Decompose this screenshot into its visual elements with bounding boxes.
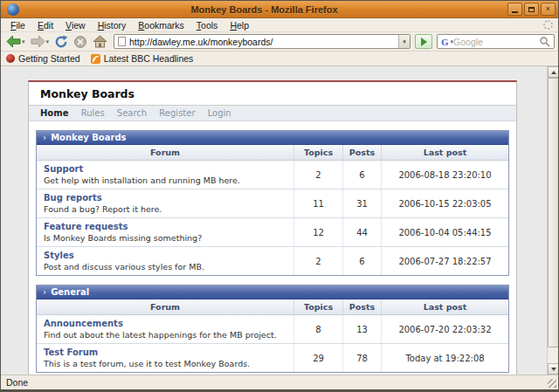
go-button[interactable] [415,34,432,49]
last-post: 2006-07-20 22:03:32 [381,315,508,343]
forward-button[interactable]: ▾ [29,34,52,49]
forum-link[interactable]: Feature requests [44,222,128,231]
search-box[interactable]: G ▾ [437,34,555,49]
url-input[interactable] [129,35,398,48]
stop-button[interactable] [72,34,89,50]
menu-view[interactable]: View [59,19,92,31]
section-header: › General [37,285,508,299]
forum-link[interactable]: Support [44,164,83,174]
google-icon: G [441,37,449,47]
posts-count: 6 [342,161,381,189]
forum-link[interactable]: Announcements [44,319,123,328]
bookmark-icon [6,54,15,63]
posts-count: 6 [342,247,381,275]
last-post: Today at 19:22:08 [381,344,508,372]
topics-count: 2 [293,161,342,189]
forum-row: SupportGet help with installation and ru… [37,161,508,189]
forum-row: AnnouncementsFind out about the latest h… [37,315,508,343]
column-topics: Topics [293,299,342,314]
column-posts: Posts [342,145,381,160]
forum-description: Is Monkey Boards missing something? [44,233,286,243]
menu-bookmarks[interactable]: Bookmarks [132,19,190,31]
go-icon [421,38,427,46]
resize-grip[interactable] [548,379,556,388]
forum-row: Test ForumThis is a test forum, use it t… [37,343,508,372]
section-title: Monkey Boards [51,133,126,142]
topics-count: 8 [293,315,342,343]
column-header-row: Forum Topics Posts Last post [37,145,508,161]
minimize-button[interactable] [507,3,522,16]
navigation-toolbar: ▾ ▾ ▾ G ▾ [1,32,558,52]
nav-link-search[interactable]: Search [117,108,147,118]
column-last-post: Last post [381,145,508,160]
window-frame-bottom [1,389,558,391]
scrollbar-thumb[interactable] [548,78,558,347]
menu-help[interactable]: Help [224,19,255,31]
forum-section-monkey-boards: › Monkey Boards Forum Topics Posts Last … [36,130,509,276]
close-button[interactable]: × [541,3,556,16]
browser-window: Monkey Boards - Mozilla Firefox × File E… [0,0,559,392]
vertical-scrollbar[interactable] [547,66,558,375]
topics-count: 29 [293,344,342,372]
forum-link[interactable]: Test Forum [44,347,98,357]
status-text: Done [6,377,28,388]
posts-count: 44 [342,218,381,246]
last-post: 2006-10-04 05:44:15 [381,218,508,246]
forward-icon [31,35,45,48]
magnifier-icon[interactable] [539,36,551,48]
bookmarks-toolbar: Getting Started Latest BBC Headlines [1,52,558,66]
topics-count: 11 [293,189,342,217]
topics-count: 2 [293,247,342,275]
bookmark-bbc-headlines[interactable]: Latest BBC Headlines [91,53,194,64]
forum-row: Feature requestsIs Monkey Boards missing… [37,217,508,246]
scroll-up-button[interactable] [548,66,558,78]
nav-link-login[interactable]: Login [208,108,231,118]
menu-bar: File Edit View History Bookmarks Tools H… [1,18,558,32]
home-button[interactable] [91,34,109,49]
back-icon [6,35,21,48]
nav-link-register[interactable]: Register [159,108,195,118]
site-icon [118,37,126,46]
home-icon [93,35,107,48]
column-topics: Topics [293,145,342,160]
nav-link-home[interactable]: Home [40,108,68,118]
forum-section-general: › General Forum Topics Posts Last post A… [36,285,509,373]
posts-count: 13 [342,315,381,343]
menu-file[interactable]: File [4,19,31,31]
section-header: › Monkey Boards [37,131,508,145]
column-forum: Forum [37,299,293,314]
forum-row: Bug reportsFound a bug? Report it here. … [37,189,508,217]
search-input[interactable] [453,37,539,47]
menu-history[interactable]: History [92,19,133,31]
firefox-icon [7,3,19,16]
url-bar[interactable]: ▾ [114,34,411,49]
last-post: 2006-10-15 22:03:05 [381,189,508,217]
window-title: Monkey Boards - Mozilla Firefox [23,4,506,15]
stop-icon [73,35,87,49]
column-header-row: Forum Topics Posts Last post [37,299,508,315]
scroll-up-icon [551,71,556,74]
forum-description: Post and discuss various styles for MB. [44,262,286,272]
menu-edit[interactable]: Edit [31,19,59,31]
scroll-down-button[interactable] [548,363,558,375]
forward-dropdown-icon[interactable]: ▾ [46,38,50,45]
forum-link[interactable]: Bug reports [44,193,102,203]
column-forum: Forum [37,145,293,160]
url-dropdown-button[interactable]: ▾ [398,35,410,48]
rss-feed-icon [91,54,100,64]
back-dropdown-icon[interactable]: ▾ [22,38,25,45]
title-bar[interactable]: Monkey Boards - Mozilla Firefox × [1,1,558,18]
section-marker-icon: › [43,287,46,297]
menu-tools[interactable]: Tools [190,19,224,31]
reload-button[interactable] [52,34,70,50]
section-marker-icon: › [43,133,46,142]
forum-description: Found a bug? Report it here. [44,204,286,214]
back-button[interactable]: ▾ [4,34,27,49]
page-viewport: Monkey Boards Home Rules Search Register… [1,66,558,375]
bookmark-getting-started[interactable]: Getting Started [6,53,80,64]
forum-description: This is a test forum, use it to test Mon… [44,359,286,368]
column-last-post: Last post [381,299,508,314]
nav-link-rules[interactable]: Rules [81,108,105,118]
forum-link[interactable]: Styles [44,251,74,260]
maximize-button[interactable] [524,3,539,16]
